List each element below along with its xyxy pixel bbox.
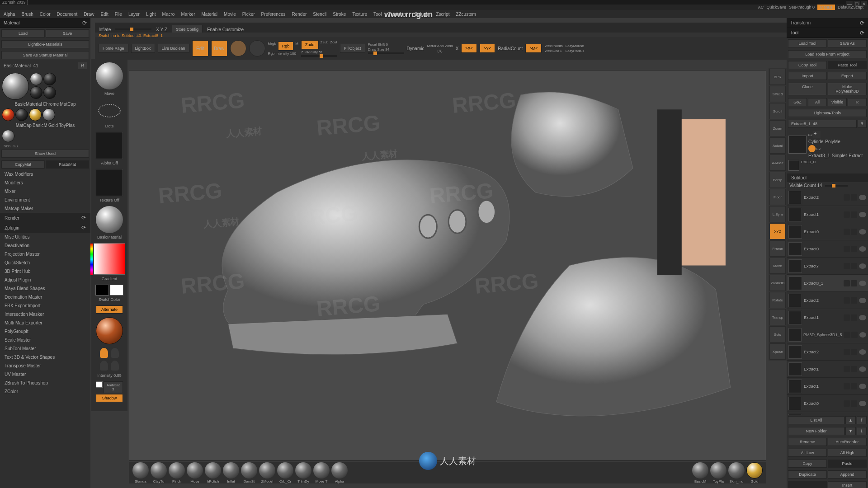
- copymat-button[interactable]: CopyMat: [1, 160, 45, 169]
- listall-button[interactable]: List All: [788, 416, 844, 424]
- stroke-dots-icon[interactable]: [98, 104, 121, 117]
- lightbox-tools-button[interactable]: Lightbox▸Tools: [788, 109, 867, 117]
- import-button[interactable]: Import: [788, 72, 827, 80]
- gradient-label[interactable]: Gradient: [93, 277, 126, 281]
- alllow-button[interactable]: All Low: [788, 449, 827, 457]
- rename-button[interactable]: Rename: [788, 438, 827, 446]
- paintbrush-icon[interactable]: [844, 366, 850, 372]
- fill-icon[interactable]: [851, 280, 857, 286]
- plugin-projection-master[interactable]: Projection Master: [0, 250, 90, 258]
- refresh-icon[interactable]: ⟳: [82, 20, 87, 26]
- refresh-icon[interactable]: ⟳: [81, 215, 86, 221]
- plugin-decimation-master[interactable]: Decimation Master: [0, 293, 90, 301]
- allhigh-button[interactable]: All High: [828, 449, 867, 457]
- menu-document[interactable]: Document: [57, 12, 78, 17]
- viewport[interactable]: [129, 70, 766, 461]
- zsub-button[interactable]: Zsub: [321, 40, 329, 49]
- menu-stroke[interactable]: Stroke: [333, 12, 346, 17]
- material-skinsha[interactable]: [30, 73, 42, 85]
- visible-button[interactable]: Visible: [828, 98, 847, 106]
- paintbrush-icon[interactable]: [844, 400, 850, 407]
- make-polymesh-button[interactable]: Make PolyMesh3D: [828, 83, 867, 95]
- subtool-row[interactable]: Extract8_1: [787, 275, 868, 292]
- zintensity-slider[interactable]: [301, 55, 337, 57]
- star-icon[interactable]: ✦: [813, 131, 821, 138]
- menu-render[interactable]: Render: [292, 12, 307, 17]
- subtool-row[interactable]: Extract0: [787, 223, 868, 240]
- viewport-transp-button[interactable]: Transp: [769, 309, 786, 325]
- seethrough-slider[interactable]: See-through 0: [789, 5, 815, 9]
- home-page-button[interactable]: Home Page: [99, 44, 128, 53]
- copy-tool-button[interactable]: Copy Tool: [788, 61, 827, 69]
- copy-subtool-button[interactable]: Copy: [788, 460, 827, 468]
- texture-slot[interactable]: [96, 169, 123, 196]
- save-button[interactable]: Save: [46, 29, 89, 38]
- viewport-move-button[interactable]: Move: [769, 258, 786, 274]
- dynamic-button[interactable]: Dynamic: [407, 46, 425, 51]
- viewport-floor-button[interactable]: Floor: [769, 189, 786, 205]
- menu-edit[interactable]: Edit: [101, 12, 108, 17]
- plugin-adjust-plugin[interactable]: Adjust Plugin: [0, 276, 90, 284]
- subtool-row[interactable]: Extract7: [787, 258, 868, 275]
- all-button[interactable]: All: [808, 98, 827, 106]
- paintbrush-icon[interactable]: [844, 211, 850, 218]
- minimize-icon[interactable]: —: [846, 1, 853, 6]
- plugin-deactivation[interactable]: Deactivation: [0, 241, 90, 250]
- light-color-swatch[interactable]: [96, 381, 103, 388]
- viewport-persp-button[interactable]: Persp: [769, 172, 786, 188]
- fill-icon[interactable]: [851, 314, 857, 321]
- fill-icon[interactable]: [851, 211, 857, 218]
- brush-zmodel[interactable]: ZModel: [259, 462, 275, 483]
- welddist-label[interactable]: WeldDist 1: [544, 49, 562, 53]
- color-picker[interactable]: [94, 243, 125, 275]
- viewport-bpr-button[interactable]: BPR: [769, 69, 786, 85]
- ambient-button[interactable]: Ambient 3: [104, 381, 123, 393]
- paintbrush-icon[interactable]: [844, 194, 850, 201]
- viewport-zoom3d-button[interactable]: Zoom3D: [769, 275, 786, 291]
- viewport-actual-button[interactable]: Actual: [769, 137, 786, 154]
- export-button[interactable]: Export: [828, 72, 867, 80]
- append-button[interactable]: Append: [828, 470, 867, 479]
- material-chrome[interactable]: [30, 86, 42, 99]
- plugin-3d-print-hub[interactable]: 3D Print Hub: [0, 267, 90, 276]
- plugin-fbx-exportimport[interactable]: FBX ExportImport: [0, 301, 90, 310]
- visibility-icon[interactable]: [859, 366, 866, 372]
- brush-pinch[interactable]: Pinch: [169, 462, 185, 483]
- subtool-row[interactable]: Extract1: [787, 378, 868, 395]
- menu-stencil[interactable]: Stencil: [313, 12, 326, 17]
- visibility-icon[interactable]: [859, 332, 866, 338]
- menu-material[interactable]: Material: [202, 12, 218, 17]
- plugin-misc-utilities[interactable]: Misc Utilities: [0, 233, 90, 241]
- menu-texture[interactable]: Texture: [352, 12, 367, 17]
- sculptris-button[interactable]: [249, 40, 265, 56]
- hue-slider[interactable]: [90, 244, 93, 275]
- light-3-icon[interactable]: [100, 361, 108, 371]
- radialcount-label[interactable]: RadialCount: [498, 46, 523, 51]
- brush-alpha[interactable]: Alpha: [331, 462, 348, 483]
- menu-picker[interactable]: Picker: [242, 12, 255, 17]
- material-toypla[interactable]: ToyPla: [710, 462, 726, 483]
- plugin-transpose-master[interactable]: Transpose Master: [0, 361, 90, 370]
- viewport-rotate-button[interactable]: Rotate: [769, 292, 786, 308]
- xyz-label[interactable]: X Y Z: [156, 27, 167, 32]
- arrow-up-icon[interactable]: ▲: [845, 416, 856, 424]
- fill-icon[interactable]: [851, 383, 857, 389]
- menu-preferences[interactable]: Preferences: [261, 12, 286, 17]
- plugin-text-3d-&-vector-shapes[interactable]: Text 3D & Vector Shapes: [0, 353, 90, 361]
- material-toyplas[interactable]: [42, 108, 55, 121]
- refresh-icon[interactable]: ⟳: [860, 30, 864, 36]
- visibility-icon[interactable]: [859, 401, 866, 406]
- paintbrush-icon[interactable]: [844, 229, 850, 235]
- focal-shift-label[interactable]: Focal Shift 0: [368, 42, 404, 47]
- lazymouse-label[interactable]: LazyMouse: [566, 44, 585, 48]
- fill-icon[interactable]: [851, 246, 857, 252]
- fillobject-button[interactable]: FillObject: [340, 44, 365, 53]
- viewport-spix-3-button[interactable]: SPix 3: [769, 86, 786, 102]
- paintbrush-icon[interactable]: [844, 297, 850, 304]
- visibility-icon[interactable]: [859, 263, 866, 269]
- viewport-aahalf-button[interactable]: AAHalf: [769, 155, 786, 171]
- clone-button[interactable]: Clone: [788, 83, 827, 95]
- enable-customize-button[interactable]: Enable Customize: [207, 27, 244, 32]
- menu-draw[interactable]: Draw: [84, 12, 94, 17]
- brush-claytu[interactable]: ClayTu: [151, 462, 167, 483]
